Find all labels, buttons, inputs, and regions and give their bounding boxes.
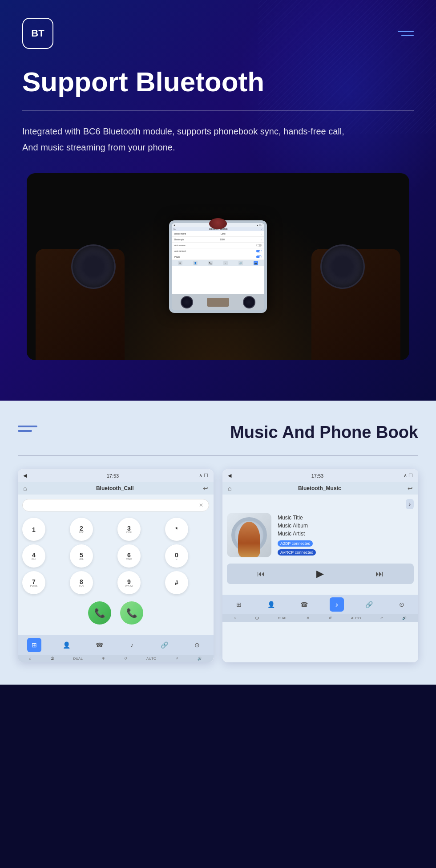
row-power: Power	[172, 254, 264, 260]
grid-icon[interactable]: ⊞	[178, 261, 182, 265]
ms-status-bar: ◀ 17:53 ∧ ☐	[222, 469, 418, 482]
ps-back-icon: ↩	[203, 485, 208, 492]
sys-dual: DUAL	[73, 657, 83, 661]
device-pin-value: 0000	[220, 239, 225, 241]
unit-bottom-controls	[172, 294, 264, 310]
page-title: Support Bluetooth	[22, 67, 414, 97]
music-artist: Music Artist	[278, 531, 316, 537]
sys-loop: ↺	[124, 657, 127, 661]
play-button[interactable]: ▶	[316, 568, 324, 580]
sys-auto: AUTO	[146, 657, 156, 661]
hamburger-line-1	[398, 31, 414, 32]
dial-7[interactable]: 7PQRS	[22, 571, 45, 594]
ps-time: 17:53	[107, 473, 119, 479]
unit-screen: ◀ 17:53 ▲ ☐ ↩ ≡ ⌂ Bluetooth_Settings ↩	[172, 223, 264, 294]
device-pin-label: Device pin	[174, 239, 184, 241]
title-divider	[22, 110, 414, 111]
sys-power: ⏻	[50, 657, 54, 661]
clear-icon[interactable]: ✕	[199, 502, 203, 508]
dial-5[interactable]: 5JKL	[70, 544, 93, 568]
bt-logo: BT	[22, 18, 53, 49]
ps-camera-icon[interactable]: ⊙	[190, 638, 204, 652]
call-buttons: 📞 📞	[22, 601, 209, 625]
ms-music-icon[interactable]: ♪	[330, 597, 344, 612]
music-screen-card: ◀ 17:53 ∧ ☐ ⌂ Bluetooth_Music ↩ ♪	[222, 469, 418, 662]
section-line-2	[18, 430, 32, 432]
dual-screens: ◀ 17:53 ∧ ☐ ⌂ Bluetooth_Call ↩ ✕	[18, 469, 418, 662]
ps-person-icon[interactable]: 👤	[60, 638, 74, 652]
music-icon[interactable]: ♪	[223, 261, 228, 265]
phone-screen-card: ◀ 17:53 ∧ ☐ ⌂ Bluetooth_Call ↩ ✕	[18, 469, 214, 662]
dial-1[interactable]: 1	[22, 518, 45, 541]
auto-connect-toggle[interactable]	[256, 250, 262, 252]
ps-status-bar: ◀ 17:53 ∧ ☐	[18, 469, 214, 482]
ps-back-arrow: ◀	[23, 473, 27, 479]
ps-nav-title: Bluetooth_Call	[30, 485, 199, 491]
album-person	[238, 522, 260, 557]
nav-bar: BT	[22, 18, 414, 49]
car-image-container: ◀ 17:53 ▲ ☐ ↩ ≡ ⌂ Bluetooth_Settings ↩	[22, 173, 414, 360]
ms-phone-icon[interactable]: ☎	[297, 597, 311, 612]
vent-right	[320, 244, 365, 289]
ms-sys-vol: 🔊	[402, 616, 407, 620]
auto-answer-toggle[interactable]	[256, 244, 262, 247]
dial-2-sub: ABC	[79, 531, 84, 534]
ps-music-icon[interactable]: ♪	[125, 638, 139, 652]
link-icon[interactable]: 🔗	[238, 261, 243, 265]
dial-8[interactable]: 8TUV	[70, 571, 93, 594]
ms-link-icon[interactable]: 🔗	[362, 597, 376, 612]
ps-bottom-nav: ⊞ 👤 ☎ ♪ 🔗 ⊙	[18, 635, 214, 655]
ms-sys-snowflake: ❄	[307, 616, 310, 620]
back-icon: ↩	[261, 228, 262, 230]
next-button[interactable]: ⏭	[375, 569, 384, 579]
phone-icon[interactable]: 📞	[208, 261, 213, 265]
section-header: Music And Phone Book	[18, 423, 418, 442]
ps-search-bar[interactable]: ✕	[22, 499, 209, 511]
ps-content: ✕ 1 2ABC 3DEF * 4GHI 5JKL 6MNO 0+ 7PQRS …	[18, 495, 214, 635]
playback-controls: ⏮ ▶ ⏭	[227, 564, 414, 584]
auto-answer-label: Auto answer	[174, 244, 186, 247]
power-toggle[interactable]	[256, 256, 262, 258]
ms-content: ♪ Music Title Music Album Music Artist	[222, 495, 418, 595]
sys-snowflake: ❄	[102, 657, 105, 661]
ps-link-icon[interactable]: 🔗	[157, 638, 172, 652]
vent-circle-right	[320, 244, 365, 289]
ms-sys-home: ⌂	[234, 616, 236, 620]
person-icon[interactable]: 👤	[193, 261, 198, 265]
auto-connect-label: Auto connect	[174, 250, 186, 252]
sys-vol: 🔊	[198, 657, 202, 661]
ms-camera-icon[interactable]: ⊙	[395, 597, 409, 612]
prev-button[interactable]: ⏮	[257, 569, 265, 579]
dial-2[interactable]: 2ABC	[70, 518, 93, 541]
dial-hash[interactable]: #	[165, 571, 188, 594]
dial-9-sub: WXYZ	[125, 584, 133, 587]
hamburger-menu[interactable]	[398, 31, 414, 36]
dial-0[interactable]: 0+	[165, 544, 188, 568]
dial-3[interactable]: 3DEF	[117, 518, 141, 541]
device-name-label: Device name	[174, 233, 186, 235]
dial-9[interactable]: 9WXYZ	[117, 571, 141, 594]
section-lines	[18, 426, 37, 432]
redial-button[interactable]: 📞	[120, 601, 143, 625]
ps-phone-icon[interactable]: ☎	[92, 638, 106, 652]
dial-3-sub: DEF	[126, 531, 132, 534]
dial-star[interactable]: *	[165, 518, 188, 541]
phone-screen: ◀ 17:53 ∧ ☐ ⌂ Bluetooth_Call ↩ ✕	[18, 469, 214, 662]
ps-nav-bar: ⌂ Bluetooth_Call ↩	[18, 482, 214, 495]
dial-6[interactable]: 6MNO	[117, 544, 141, 568]
dial-8-sub: TUV	[79, 584, 84, 587]
ps-status-icons: ∧ ☐	[199, 473, 208, 479]
vent-circle-left	[71, 244, 116, 289]
ms-person-icon[interactable]: 👤	[264, 597, 279, 612]
ps-grid-icon[interactable]: ⊞	[27, 638, 41, 652]
device-name-value: CarBT	[221, 233, 226, 235]
ms-home-icon: ⌂	[228, 485, 231, 492]
row-device-name: Device name CarBT ›	[172, 231, 264, 237]
dial-4[interactable]: 4GHI	[22, 544, 45, 568]
camera-icon[interactable]: 📷	[254, 261, 258, 265]
section-line-1	[18, 426, 37, 427]
dial-7-sub: PQRS	[30, 584, 37, 587]
note-icon-button[interactable]: ♪	[406, 499, 414, 509]
call-button[interactable]: 📞	[88, 601, 111, 625]
ms-grid-icon[interactable]: ⊞	[232, 597, 246, 612]
